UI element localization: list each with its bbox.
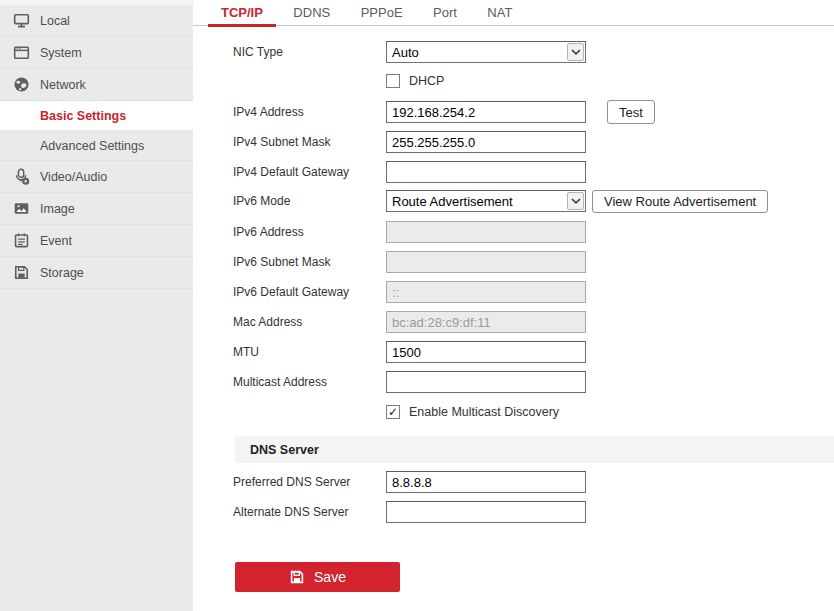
sidebar-item-label: Video/Audio [40, 170, 107, 184]
ipv4-subnet-mask-label: IPv4 Subnet Mask [233, 135, 386, 149]
calendar-icon [13, 232, 30, 249]
preferred-dns-server-label: Preferred DNS Server [233, 475, 386, 489]
mtu-label: MTU [233, 345, 386, 359]
multicast-address-label: Multicast Address [233, 375, 386, 389]
sidebar-item-video-audio[interactable]: Video/Audio [0, 161, 193, 193]
sidebar-item-label: Event [40, 234, 72, 248]
sidebar-item-label: System [40, 46, 82, 60]
monitor-icon [13, 12, 30, 29]
tcpip-settings-page: Local System Network Basic Settings Adva… [0, 0, 834, 611]
ipv6-subnet-mask-label: IPv6 Subnet Mask [233, 255, 386, 269]
nic-type-value: Auto [392, 45, 419, 60]
sidebar-item-label: Basic Settings [40, 109, 126, 123]
sidebar-item-storage[interactable]: Storage [0, 257, 193, 289]
sidebar-item-image[interactable]: Image [0, 193, 193, 225]
floppy-icon [13, 264, 30, 281]
tab-tcpip[interactable]: TCP/IP [208, 0, 276, 27]
mac-address-label: Mac Address [233, 315, 386, 329]
ipv6-mode-select[interactable]: Route Advertisement [386, 190, 586, 212]
save-button[interactable]: Save [235, 562, 400, 592]
content-panel: TCP/IP DDNS PPPoE Port NAT NIC Type Auto [193, 0, 834, 611]
ipv6-default-gateway-label: IPv6 Default Gateway [233, 285, 386, 299]
sidebar-item-label: Advanced Settings [40, 139, 144, 153]
enable-multicast-discovery-label: Enable Multicast Discovery [409, 405, 559, 419]
sidebar-item-event[interactable]: Event [0, 225, 193, 257]
window-icon [13, 44, 30, 61]
enable-multicast-discovery-checkbox[interactable] [386, 405, 400, 419]
chevron-down-icon[interactable] [567, 192, 584, 210]
microphone-icon [13, 168, 30, 185]
sidebar-item-network[interactable]: Network [0, 69, 193, 101]
sidebar-item-label: Image [40, 202, 75, 216]
globe-icon [13, 76, 30, 93]
ipv4-subnet-mask-input[interactable] [386, 131, 586, 153]
dns-server-section-title: DNS Server [250, 443, 319, 457]
ipv4-default-gateway-label: IPv4 Default Gateway [233, 165, 386, 179]
ipv6-address-input [386, 221, 586, 243]
tab-pppoe[interactable]: PPPoE [348, 0, 416, 27]
mac-address-input [386, 311, 586, 333]
preferred-dns-server-input[interactable] [386, 471, 586, 493]
test-button[interactable]: Test [607, 100, 655, 124]
ipv6-default-gateway-input [386, 281, 586, 303]
tab-nat[interactable]: NAT [474, 0, 525, 27]
nic-type-label: NIC Type [233, 45, 386, 59]
view-route-advertisement-button[interactable]: View Route Advertisement [592, 190, 768, 213]
tab-ddns[interactable]: DDNS [280, 0, 343, 27]
sidebar-item-label: Network [40, 78, 86, 92]
sidebar-item-advanced-settings[interactable]: Advanced Settings [0, 131, 193, 161]
multicast-address-input[interactable] [386, 371, 586, 393]
ipv6-address-label: IPv6 Address [233, 225, 386, 239]
sidebar-item-label: Storage [40, 266, 84, 280]
dhcp-label: DHCP [409, 74, 444, 88]
dns-server-section-header: DNS Server [235, 436, 834, 463]
tab-port[interactable]: Port [420, 0, 470, 27]
tab-bar: TCP/IP DDNS PPPoE Port NAT [193, 0, 834, 26]
ipv6-mode-label: IPv6 Mode [233, 194, 386, 208]
chevron-down-icon[interactable] [567, 43, 584, 61]
sidebar: Local System Network Basic Settings Adva… [0, 0, 193, 611]
nic-type-select[interactable]: Auto [386, 41, 586, 63]
alternate-dns-server-label: Alternate DNS Server [233, 505, 386, 519]
ipv6-mode-value: Route Advertisement [392, 194, 513, 209]
ipv4-address-label: IPv4 Address [233, 105, 386, 119]
ipv6-subnet-mask-input [386, 251, 586, 273]
dhcp-checkbox[interactable] [386, 74, 400, 88]
image-icon [13, 200, 30, 217]
save-button-label: Save [314, 569, 346, 585]
sidebar-item-local[interactable]: Local [0, 5, 193, 37]
alternate-dns-server-input[interactable] [386, 501, 586, 523]
ipv4-default-gateway-input[interactable] [386, 161, 586, 183]
tcpip-form: NIC Type Auto DHCP IPv4 Address Test [193, 26, 834, 611]
sidebar-item-basic-settings[interactable]: Basic Settings [0, 101, 193, 131]
sidebar-item-system[interactable]: System [0, 37, 193, 69]
sidebar-item-label: Local [40, 14, 70, 28]
mtu-input[interactable] [386, 341, 586, 363]
ipv4-address-input[interactable] [386, 101, 586, 123]
save-icon [289, 569, 305, 585]
